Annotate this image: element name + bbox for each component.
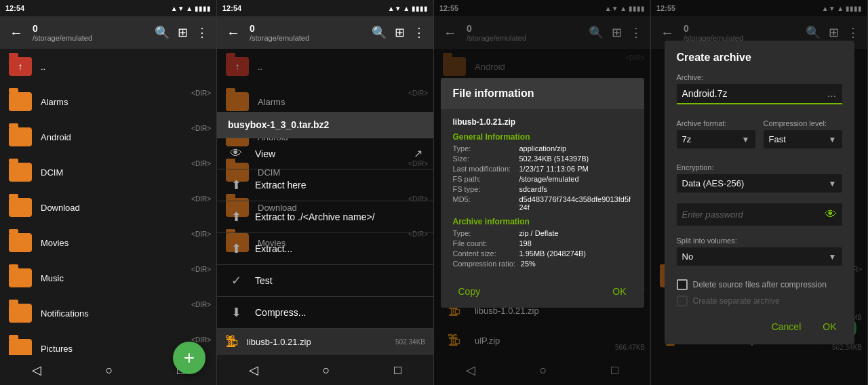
- file-name: DCIM: [41, 167, 208, 178]
- list-item[interactable]: Notifications <DIR>: [0, 296, 216, 331]
- compression-arrow-icon: ▼: [829, 135, 837, 144]
- format-value: 7z: [682, 134, 692, 144]
- format-arrow-icon: ▼: [742, 135, 750, 144]
- nav-recent-2[interactable]: □: [378, 358, 418, 383]
- context-label: View: [255, 148, 403, 159]
- browse-button[interactable]: …: [822, 84, 842, 103]
- time-2: 12:54: [222, 4, 241, 12]
- list-item[interactable]: ↑ ..: [0, 49, 216, 84]
- create-archive-actions: Cancel OK: [665, 312, 854, 344]
- separate-archive-checkbox[interactable]: [677, 296, 688, 306]
- folder-icon: [8, 125, 33, 149]
- more-icon-2[interactable]: ⋮: [410, 22, 428, 43]
- compression-col: Compression level: Fast ▼: [764, 119, 842, 148]
- folder-icon: [8, 160, 33, 184]
- nav-home-1[interactable]: ○: [90, 358, 130, 383]
- context-item-compress[interactable]: ⬇ Compress...: [217, 297, 433, 329]
- list-item[interactable]: Movies <DIR>: [0, 225, 216, 260]
- panel-4: 12:55 ▲▼ ▲ ▮▮▮▮ ← 0 /storage/emulated 🔍 …: [651, 0, 868, 385]
- dialog-title: File information: [441, 78, 644, 109]
- list-item[interactable]: Android <DIR>: [0, 119, 216, 155]
- archive-name-input[interactable]: [677, 84, 822, 103]
- dialog-row: Type: application/zip: [453, 144, 632, 153]
- path-text-2: /storage/emulated: [250, 34, 363, 42]
- context-item-extract[interactable]: ⬆ Extract...: [217, 233, 433, 265]
- status-bar-1: 12:54 ▲▼ ▲ ▮▮▮▮: [0, 0, 216, 16]
- format-select[interactable]: 7z ▼: [677, 130, 755, 148]
- back-button-1[interactable]: ←: [5, 25, 27, 41]
- file-tag: <DIR>: [191, 89, 211, 97]
- split-value: No: [682, 251, 694, 262]
- archive-name-input-row: …: [677, 84, 842, 104]
- ok-button[interactable]: OK: [817, 317, 842, 336]
- dialog-actions: Copy OK: [441, 278, 644, 308]
- compression-label: Compression level:: [764, 119, 842, 127]
- nav-home-2[interactable]: ○: [307, 358, 347, 383]
- file-name: Android: [41, 132, 208, 142]
- list-item[interactable]: Download <DIR>: [0, 190, 216, 225]
- extract-here-icon: ⬆: [228, 178, 244, 192]
- compression-select[interactable]: Fast ▼: [764, 130, 842, 148]
- split-arrow-icon: ▼: [829, 252, 837, 262]
- back-button-2[interactable]: ←: [222, 25, 244, 41]
- path-1: 0 /storage/emulated: [33, 23, 146, 42]
- toolbar-1: ← 0 /storage/emulated 🔍 ⊞ ⋮: [0, 16, 216, 49]
- context-item-extract-here[interactable]: ⬆ Extract here: [217, 169, 433, 201]
- format-label: Archive format:: [677, 119, 755, 127]
- file-name: Alarms: [41, 97, 208, 107]
- delete-source-checkbox[interactable]: [677, 279, 688, 290]
- eye-icon[interactable]: 👁: [825, 207, 837, 222]
- nav-back-1[interactable]: ◁: [16, 357, 58, 383]
- time-1: 12:54: [5, 4, 24, 12]
- archive-label: Archive:: [677, 73, 842, 81]
- copy-button[interactable]: Copy: [453, 283, 486, 300]
- bottom-file-icon: 🗜: [225, 334, 239, 350]
- list-item[interactable]: DCIM <DIR>: [0, 155, 216, 190]
- list-item[interactable]: Music <DIR>: [0, 260, 216, 296]
- search-icon-1[interactable]: 🔍: [152, 22, 172, 43]
- grid-icon-1[interactable]: ⊞: [175, 22, 191, 43]
- cancel-button[interactable]: Cancel: [766, 317, 807, 336]
- ok-button[interactable]: OK: [607, 283, 631, 300]
- dialog-overlay-4: Create archive Archive: … Archive format…: [651, 0, 867, 385]
- password-section: Enter password 👁: [665, 201, 854, 228]
- file-tag: <DIR>: [191, 160, 211, 167]
- list-item[interactable]: Alarms <DIR>: [0, 84, 216, 119]
- separate-archive-row: Create separate archive: [677, 293, 842, 309]
- split-select[interactable]: No ▼: [677, 247, 842, 266]
- path-2: 0 /storage/emulated: [250, 23, 363, 42]
- dialog-row: Type: zip / Deflate: [453, 229, 632, 237]
- view-icon: 👁: [228, 146, 244, 161]
- encryption-arrow-icon: ▼: [829, 179, 837, 188]
- file-tag: <DIR>: [191, 125, 211, 132]
- file-name: Notifications: [41, 308, 208, 319]
- password-placeholder: Enter password: [682, 209, 825, 220]
- compress-icon: ⬇: [228, 305, 244, 320]
- status-icons-1: ▲▼ ▲ ▮▮▮▮: [171, 5, 211, 12]
- context-item-test[interactable]: ✓ Test: [217, 265, 433, 297]
- nav-back-2[interactable]: ◁: [233, 357, 275, 383]
- more-icon-1[interactable]: ⋮: [193, 22, 211, 43]
- dialog-row: Last modification: 1/23/17 11:13:06 PM: [453, 165, 632, 173]
- file-tag: <DIR>: [191, 230, 211, 238]
- delete-source-label: Delete source files after compression: [693, 280, 827, 289]
- format-section: Archive format: 7z ▼ Compression level: …: [665, 113, 854, 155]
- search-icon-2[interactable]: 🔍: [369, 22, 389, 43]
- extract-to-icon: ⬆: [228, 209, 244, 224]
- dialog-filename: libusb-1.0.21.zip: [453, 117, 632, 127]
- bottom-file-item: 🗜 libusb-1.0.21.zip 502.34KB: [217, 329, 433, 355]
- context-item-extract-to[interactable]: ⬆ Extract to ./<Archive name>/: [217, 201, 433, 233]
- context-label: Extract here: [255, 180, 422, 190]
- context-label: Extract...: [255, 243, 422, 254]
- encryption-select[interactable]: Data (AES-256) ▼: [677, 174, 842, 192]
- file-info-dialog: File information libusb-1.0.21.zip Gener…: [441, 78, 644, 308]
- context-item-view[interactable]: 👁 View ↗: [217, 138, 433, 169]
- format-compression-row: Archive format: 7z ▼ Compression level: …: [677, 119, 842, 148]
- fab-1[interactable]: +: [173, 342, 205, 374]
- count-2: 0: [250, 23, 363, 34]
- grid-icon-2[interactable]: ⊞: [392, 22, 408, 43]
- folder-icon: [8, 266, 33, 290]
- file-tag: <DIR>: [191, 301, 211, 308]
- extract-icon: ⬆: [228, 241, 244, 256]
- encryption-section: Encryption: Data (AES-256) ▼: [665, 161, 854, 195]
